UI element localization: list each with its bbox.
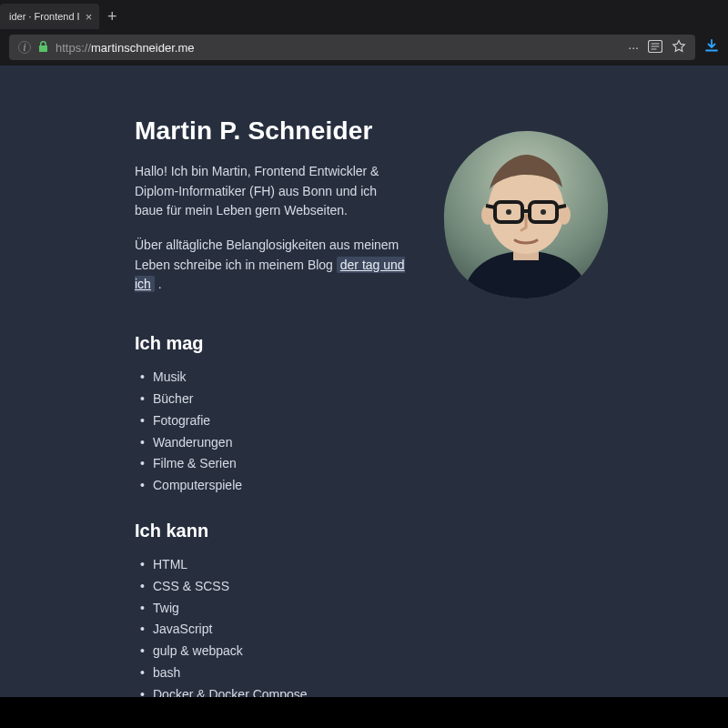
list-item: Fotografie [153,410,692,432]
list-item: Filme & Serien [153,453,692,475]
list-item: JavaScript [153,619,692,641]
info-icon[interactable]: i [18,41,31,54]
lock-icon [38,41,48,55]
svg-point-8 [506,209,511,215]
intro-column: Martin P. Schneider Hallo! Ich bin Marti… [135,116,408,309]
hero-section: Martin P. Schneider Hallo! Ich bin Marti… [135,116,692,309]
list-item: Bücher [153,389,692,410]
skills-heading: Ich kann [135,521,692,541]
star-icon[interactable] [672,39,686,56]
list-item: gulp & webpack [153,641,692,662]
list-item: CSS & SCSS [153,576,692,598]
address-bar[interactable]: i https://martinschneider.me ··· [9,35,695,60]
list-item: bash [153,662,692,684]
likes-list: MusikBücherFotografieWanderungenFilme & … [135,367,692,497]
close-icon[interactable]: × [86,10,93,24]
intro-paragraph-2: Über alltägliche Belanglosigkeiten aus m… [135,236,408,295]
url-host: martinschneider.me [91,41,194,55]
avatar [435,124,617,306]
address-actions: ··· [628,39,686,56]
download-icon[interactable] [704,38,719,56]
more-icon[interactable]: ··· [628,40,639,55]
tab-title: ider · Frontend I [9,11,80,22]
page-viewport[interactable]: Martin P. Schneider Hallo! Ich bin Marti… [0,66,728,697]
svg-point-9 [541,209,546,215]
list-item: Computerspiele [153,475,692,497]
url-text: https://martinschneider.me [56,41,621,55]
page-title: Martin P. Schneider [135,116,408,146]
list-item: Docker & Docker Compose [153,684,692,697]
toolbar: i https://martinschneider.me ··· [0,29,728,66]
url-scheme: https:// [56,41,91,55]
new-tab-button[interactable]: + [99,4,125,29]
intro-paragraph-1: Hallo! Ich bin Martin, Frontend Entwickl… [135,162,408,221]
intro-text-tail: . [155,277,162,291]
skills-list: HTMLCSS & SCSSTwigJavaScriptgulp & webpa… [135,554,692,697]
likes-heading: Ich mag [135,333,692,354]
list-item: Twig [153,598,692,620]
list-item: HTML [153,554,692,576]
list-item: Wanderungen [153,432,692,454]
browser-tab[interactable]: ider · Frontend I × [0,4,99,29]
reader-icon[interactable] [648,40,662,56]
tab-strip: ider · Frontend I × + [0,0,728,29]
letterbox-bottom [0,697,728,728]
list-item: Musik [153,367,692,389]
page-content: Martin P. Schneider Hallo! Ich bin Marti… [0,66,728,697]
